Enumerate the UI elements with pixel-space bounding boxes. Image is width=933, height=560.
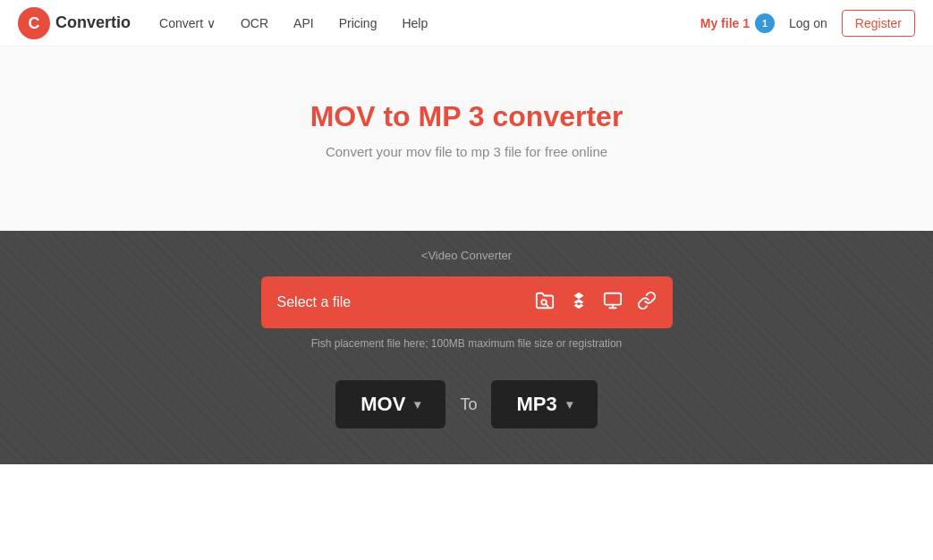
link-icon[interactable]: [637, 291, 657, 315]
nav-pricing[interactable]: Pricing: [328, 11, 388, 36]
section-label: <Video Converter: [421, 249, 512, 262]
file-hint: Fish placement file here; 100MB maximum …: [311, 337, 622, 350]
converter-section: <Video Converter Select a file: [0, 231, 933, 464]
upload-icons: [535, 291, 657, 315]
navbar: C Convertio Convert ∨ OCR API Pricing He…: [0, 0, 933, 47]
nav-links: Convert ∨ OCR API Pricing Help: [148, 11, 700, 36]
nav-ocr[interactable]: OCR: [230, 11, 279, 36]
to-format-chevron: ▾: [566, 397, 573, 412]
format-row: MOV ▾ To MP3 ▾: [335, 380, 597, 428]
my-file-label: My file 1: [700, 16, 750, 30]
hero-section: MOV to MP 3 converter Convert your mov f…: [0, 47, 933, 231]
hero-subtitle: Convert your mov file to mp 3 file for f…: [18, 144, 915, 159]
computer-icon[interactable]: [603, 291, 623, 315]
dropbox-icon[interactable]: [569, 291, 589, 315]
hero-title: MOV to MP 3 converter: [18, 100, 915, 133]
login-button[interactable]: Log on: [789, 16, 827, 30]
to-format-button[interactable]: MP3 ▾: [491, 380, 597, 428]
to-label: To: [460, 395, 477, 414]
from-format-button[interactable]: MOV ▾: [335, 380, 445, 428]
register-button[interactable]: Register: [842, 10, 915, 37]
svg-rect-4: [604, 293, 620, 304]
logo-text: Convertio: [55, 13, 131, 32]
nav-convert[interactable]: Convert ∨: [148, 11, 226, 36]
from-format-chevron: ▾: [414, 397, 420, 412]
upload-bar[interactable]: Select a file: [261, 276, 673, 328]
nav-right: My file 1 1 Log on Register: [700, 10, 915, 37]
nav-help[interactable]: Help: [391, 11, 438, 36]
folder-search-icon[interactable]: [535, 291, 555, 315]
logo[interactable]: C Convertio: [18, 7, 131, 39]
nav-api[interactable]: API: [283, 11, 325, 36]
file-badge: 1: [755, 13, 775, 33]
to-format-label: MP3: [516, 393, 556, 416]
from-format-label: MOV: [360, 393, 405, 416]
my-file-link[interactable]: My file 1 1: [700, 13, 775, 33]
logo-icon: C: [18, 7, 50, 39]
svg-text:C: C: [29, 14, 40, 32]
upload-label: Select a file: [277, 294, 352, 310]
svg-line-3: [546, 304, 547, 306]
